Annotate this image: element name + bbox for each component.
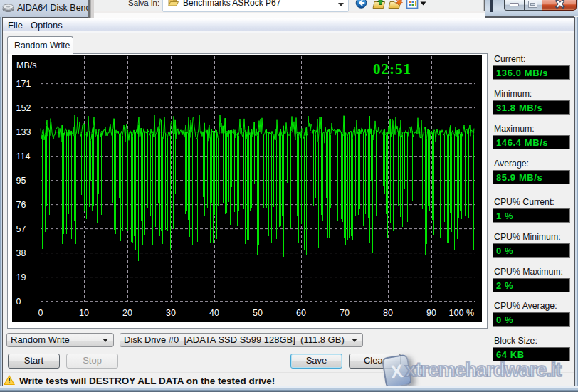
svg-text:100 %: 100 % — [449, 308, 474, 318]
svg-text:50: 50 — [253, 308, 263, 318]
svg-text:30: 30 — [166, 308, 176, 318]
svg-text:114: 114 — [16, 152, 31, 161]
svg-text:76: 76 — [16, 200, 26, 210]
svg-text:80: 80 — [383, 308, 393, 318]
svg-text:19: 19 — [16, 272, 26, 282]
svg-text:10: 10 — [79, 308, 89, 318]
svg-text:70: 70 — [340, 308, 350, 318]
svg-text:38: 38 — [16, 248, 26, 258]
svg-text:40: 40 — [209, 308, 219, 318]
svg-text:90: 90 — [426, 308, 436, 318]
svg-text:02:51: 02:51 — [373, 60, 411, 78]
svg-text:MB/s: MB/s — [16, 60, 36, 70]
svg-text:152: 152 — [16, 103, 31, 113]
svg-text:60: 60 — [296, 308, 306, 318]
svg-text:0: 0 — [16, 297, 21, 307]
svg-text:57: 57 — [16, 224, 26, 234]
svg-text:171: 171 — [16, 79, 31, 89]
svg-text:20: 20 — [122, 308, 132, 318]
svg-text:0: 0 — [38, 308, 43, 318]
svg-text:133: 133 — [16, 127, 31, 137]
svg-text:95: 95 — [16, 176, 26, 186]
